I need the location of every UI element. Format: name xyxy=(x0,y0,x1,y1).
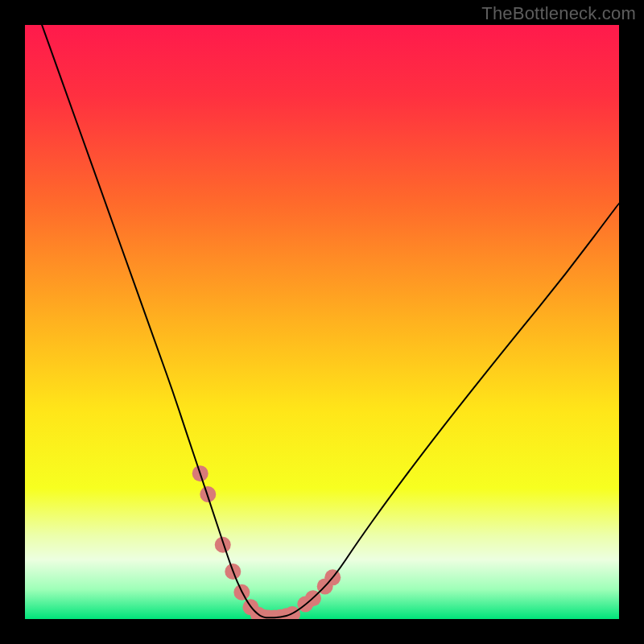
chart-frame: TheBottleneck.com xyxy=(0,0,644,644)
chart-svg xyxy=(0,0,644,644)
watermark-text: TheBottleneck.com xyxy=(481,3,636,24)
plot-background xyxy=(25,25,619,619)
